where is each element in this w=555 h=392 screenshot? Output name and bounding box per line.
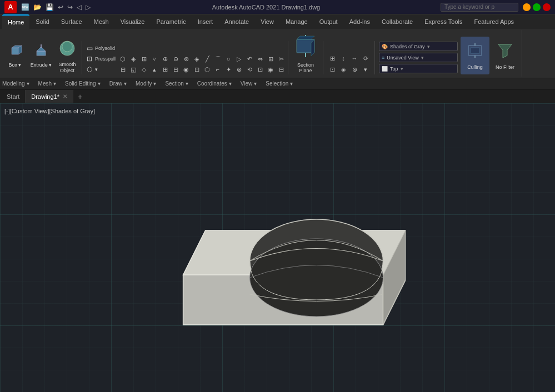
coord-icon-8[interactable]: ▾ [361, 64, 371, 74]
group-label-selection[interactable]: Selection ▾ [266, 81, 293, 87]
window-controls [523, 3, 551, 11]
maximize-btn[interactable] [533, 3, 541, 11]
tab-featured[interactable]: Featured Apps [469, 14, 520, 29]
solid-icon-7[interactable]: ◉ [181, 64, 191, 74]
mesh-icon-8[interactable]: ▴ [149, 64, 159, 74]
close-btn[interactable] [543, 3, 551, 11]
modify-icon-3[interactable]: ⊞ [266, 54, 276, 64]
mesh-icon-2[interactable]: ◈ [128, 54, 138, 64]
mesh-icon-4[interactable]: ▿ [149, 54, 159, 64]
viewport-dropdown[interactable]: ⬜ Top ▾ [379, 64, 458, 73]
redo-btn[interactable]: ↪ [66, 3, 74, 11]
new-tab-button[interactable]: + [73, 90, 87, 103]
coord-icon-4[interactable]: ⟳ [361, 53, 371, 63]
visual-style-icon: 🎨 [382, 44, 388, 49]
group-label-draw[interactable]: Draw ▾ [109, 81, 127, 87]
tab-view[interactable]: View [255, 14, 279, 29]
tab-start[interactable]: Start [1, 90, 26, 103]
tab-parametric[interactable]: Parametric [151, 14, 191, 29]
tab-addins[interactable]: Add-ins [344, 14, 376, 29]
solid-icon-2[interactable]: ⊖ [171, 54, 181, 64]
draw-icon-5[interactable]: ⬡ [202, 64, 212, 74]
culling-button[interactable]: Culling [461, 37, 489, 74]
coord-icon-5[interactable]: ⊡ [327, 64, 337, 74]
no-filter-button[interactable]: No Filter [491, 37, 519, 74]
group-label-mesh[interactable]: Mesh ▾ [38, 81, 56, 87]
new-btn[interactable]: 🆕 [20, 3, 31, 11]
solid-icon-5[interactable]: ⊞ [160, 64, 170, 74]
mesh-icon-7[interactable]: ◇ [139, 64, 149, 74]
group-label-modeling[interactable]: Modeling ▾ [2, 81, 29, 87]
mesh-icon-1[interactable]: ⬡ [118, 54, 128, 64]
group-label-coordinates[interactable]: Coordinates ▾ [197, 81, 232, 87]
modify-icon-8[interactable]: ⊟ [276, 64, 286, 74]
more-solids-button[interactable]: ⬡ ▾ [84, 64, 117, 74]
modify-icon-6[interactable]: ⊡ [255, 64, 265, 74]
tab-annotate[interactable]: Annotate [219, 14, 254, 29]
minimize-btn[interactable] [523, 3, 531, 11]
group-label-view[interactable]: View ▾ [241, 81, 257, 87]
group-label-modify[interactable]: Modify ▾ [136, 81, 156, 87]
solid-icon-8[interactable]: ⊡ [192, 64, 202, 74]
mesh-icon-6[interactable]: ◱ [128, 64, 138, 74]
culling-group: Culling No Filter [461, 37, 519, 74]
mesh-icon-5[interactable]: ⊟ [118, 64, 128, 74]
draw-icon-8[interactable]: ⊗ [234, 64, 244, 74]
saved-view-dropdown[interactable]: ≡ Unsaved View ▾ [379, 53, 458, 62]
svg-point-7 [62, 42, 72, 52]
tab-visualize[interactable]: Visualize [115, 14, 151, 29]
draw-icon-4[interactable]: ▷ [234, 54, 244, 64]
solid-icon-1[interactable]: ⊕ [160, 54, 170, 64]
draw-icon-6[interactable]: ⌐ [213, 64, 223, 74]
search-input[interactable] [441, 3, 518, 12]
viewport-arrow: ▾ [401, 66, 403, 72]
visual-style-label: Shades of Gray [390, 44, 425, 49]
extrude-button[interactable]: Extrude ▾ [28, 37, 54, 74]
modify-icon-7[interactable]: ◉ [266, 64, 276, 74]
tab-solid[interactable]: Solid [30, 14, 54, 29]
svg-rect-14 [471, 48, 479, 53]
tab-output[interactable]: Output [314, 14, 343, 29]
tab-express[interactable]: Express Tools [419, 14, 468, 29]
box-button[interactable]: Box ▾ [2, 37, 28, 74]
coord-icon-1[interactable]: ⊞ [327, 53, 337, 63]
group-label-section[interactable]: Section ▾ [165, 81, 188, 87]
tab-mesh[interactable]: Mesh [88, 14, 114, 29]
solid-icon-4[interactable]: ◈ [192, 54, 202, 64]
section-plane-button[interactable]: SectionPlane [290, 33, 321, 74]
open-btn[interactable]: 📂 [32, 3, 43, 11]
modify-icon-5[interactable]: ⟲ [244, 64, 254, 74]
coord-icon-6[interactable]: ◈ [338, 64, 348, 74]
modify-icon-1[interactable]: ↶ [244, 54, 254, 64]
tab-drawing1-close[interactable]: ✕ [63, 93, 67, 99]
mesh-icon-3[interactable]: ⊞ [139, 54, 149, 64]
undo-btn[interactable]: ↩ [57, 3, 64, 11]
draw-icon-1[interactable]: ╱ [202, 54, 212, 64]
extrude-label: Extrude ▾ [31, 62, 52, 68]
coord-icon-2[interactable]: ↕ [338, 53, 348, 63]
coord-icon-3[interactable]: ↔ [349, 53, 359, 63]
group-label-solid-editing[interactable]: Solid Editing ▾ [65, 81, 101, 87]
draw-icon-3[interactable]: ○ [223, 54, 233, 64]
tab-manage[interactable]: Manage [280, 14, 313, 29]
viewport[interactable]: [-][Custom View][Shades of Gray] [0, 103, 555, 392]
tab-home[interactable]: Home [2, 14, 29, 29]
visual-style-dropdown[interactable]: 🎨 Shades of Gray ▾ [379, 42, 458, 51]
next-btn[interactable]: ▷ [84, 3, 92, 11]
tab-collaborate[interactable]: Collaborate [376, 14, 418, 29]
prev-btn[interactable]: ◁ [76, 3, 83, 11]
tab-insert[interactable]: Insert [192, 14, 219, 29]
solid-icon-3[interactable]: ⊗ [181, 54, 191, 64]
coord-icon-7[interactable]: ⊗ [349, 64, 359, 74]
smooth-object-button[interactable]: SmoothObject [54, 37, 80, 74]
tab-drawing1[interactable]: Drawing1* ✕ [26, 90, 73, 103]
save-btn[interactable]: 💾 [44, 3, 55, 11]
polysolid-button[interactable]: ▭ Polysolid [84, 43, 117, 53]
draw-icon-2[interactable]: ⌒ [213, 54, 223, 64]
draw-icon-7[interactable]: ✦ [223, 64, 233, 74]
solid-icon-6[interactable]: ⊟ [171, 64, 181, 74]
presspull-button[interactable]: ⊡ Presspull [84, 53, 117, 64]
tab-surface[interactable]: Surface [56, 14, 88, 29]
modify-icon-2[interactable]: ⇔ [255, 54, 265, 64]
modify-icon-4[interactable]: ✂ [276, 54, 286, 64]
